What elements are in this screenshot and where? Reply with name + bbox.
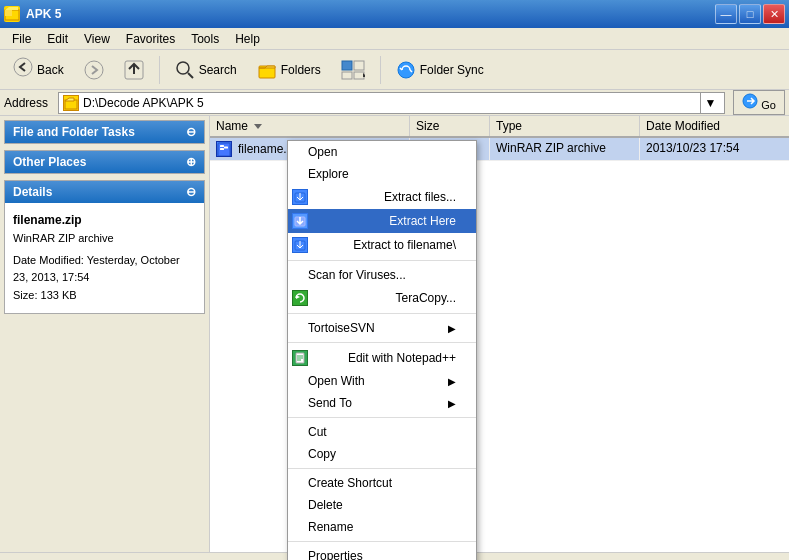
menu-help[interactable]: Help — [227, 30, 268, 48]
ctx-extract-files-icon — [292, 189, 308, 205]
svg-rect-1 — [5, 10, 12, 16]
zip-icon — [216, 141, 232, 157]
menu-tools[interactable]: Tools — [183, 30, 227, 48]
title-bar: APK 5 — □ ✕ — [0, 0, 789, 28]
menu-favorites[interactable]: Favorites — [118, 30, 183, 48]
ctx-teracopy-label: TeraCopy... — [396, 291, 456, 305]
ctx-tortoisesvn-label: TortoiseSVN — [308, 321, 375, 335]
up-button[interactable] — [115, 53, 153, 87]
svg-point-11 — [398, 62, 414, 78]
address-path: D:\Decode APK\APK 5 — [83, 96, 696, 110]
folder-sync-button[interactable]: Folder Sync — [387, 53, 493, 87]
ctx-extract-to-icon — [292, 237, 308, 253]
col-type-label: Type — [496, 119, 522, 133]
col-size[interactable]: Size — [410, 116, 490, 136]
col-name-label: Name — [216, 119, 248, 133]
ctx-delete[interactable]: Delete — [288, 494, 476, 516]
menu-edit[interactable]: Edit — [39, 30, 76, 48]
ctx-scan-viruses[interactable]: Scan for Viruses... — [288, 264, 476, 286]
ctx-notepadpp[interactable]: Edit with Notepad++ — [288, 346, 476, 370]
address-dropdown[interactable]: ▼ — [700, 93, 720, 113]
context-menu: Open Explore Extract files... Extract He… — [287, 140, 477, 560]
svg-point-2 — [14, 58, 32, 76]
window-controls: — □ ✕ — [715, 4, 785, 24]
col-modified[interactable]: Date Modified — [640, 116, 789, 136]
other-places-header[interactable]: Other Places ⊕ — [5, 151, 204, 173]
details-date: Date Modified: Yesterday, October 23, 20… — [13, 252, 196, 287]
ctx-explore[interactable]: Explore — [288, 163, 476, 185]
svg-rect-10 — [354, 72, 364, 79]
other-places-label: Other Places — [13, 155, 86, 169]
ctx-notepadpp-label: Edit with Notepad++ — [348, 351, 456, 365]
other-places-chevron: ⊕ — [186, 155, 196, 169]
file-folder-tasks-panel: File and Folder Tasks ⊖ — [4, 120, 205, 144]
ctx-sep-1 — [288, 260, 476, 261]
file-modified: 2013/10/23 17:54 — [640, 138, 789, 160]
menu-file[interactable]: File — [4, 30, 39, 48]
go-label: Go — [761, 99, 776, 111]
details-filetype: WinRAR ZIP archive — [13, 230, 196, 248]
close-button[interactable]: ✕ — [763, 4, 785, 24]
ctx-create-shortcut[interactable]: Create Shortcut — [288, 472, 476, 494]
back-label: Back — [37, 63, 64, 77]
file-folder-tasks-header[interactable]: File and Folder Tasks ⊖ — [5, 121, 204, 143]
folder-sync-label: Folder Sync — [420, 63, 484, 77]
go-button[interactable]: Go — [733, 90, 785, 115]
ctx-sep-5 — [288, 468, 476, 469]
ctx-extract-files-label: Extract files... — [384, 190, 456, 204]
svg-rect-16 — [220, 148, 224, 150]
menu-view[interactable]: View — [76, 30, 118, 48]
file-folder-tasks-chevron: ⊖ — [186, 125, 196, 139]
folders-label: Folders — [281, 63, 321, 77]
file-type: WinRAR ZIP archive — [490, 138, 640, 160]
forward-button[interactable] — [75, 53, 113, 87]
ctx-notepadpp-icon — [292, 350, 308, 366]
left-panel: File and Folder Tasks ⊖ Other Places ⊕ D… — [0, 116, 210, 552]
ctx-open-with-label: Open With — [308, 374, 365, 388]
views-button[interactable] — [332, 53, 374, 87]
svg-point-3 — [85, 61, 103, 79]
ctx-properties[interactable]: Properties — [288, 545, 476, 560]
ctx-copy[interactable]: Copy — [288, 443, 476, 465]
ctx-cut[interactable]: Cut — [288, 421, 476, 443]
file-list-header: Name Size Type Date Modified — [210, 116, 789, 138]
toolbar-sep-1 — [159, 56, 160, 84]
menu-bar: File Edit View Favorites Tools Help — [0, 28, 789, 50]
svg-rect-8 — [354, 61, 364, 70]
toolbar: Back Search Folders Folder Sync — [0, 50, 789, 90]
col-modified-label: Date Modified — [646, 119, 720, 133]
ctx-extract-files[interactable]: Extract files... — [288, 185, 476, 209]
folders-button[interactable]: Folders — [248, 53, 330, 87]
ctx-extract-here-label: Extract Here — [389, 214, 456, 228]
details-size: Size: 133 KB — [13, 287, 196, 305]
window-title: APK 5 — [26, 7, 715, 21]
col-type[interactable]: Type — [490, 116, 640, 136]
details-chevron: ⊖ — [186, 185, 196, 199]
ctx-open-with[interactable]: Open With ▶ — [288, 370, 476, 392]
sort-arrow — [254, 124, 262, 129]
ctx-tortoisesvn[interactable]: TortoiseSVN ▶ — [288, 317, 476, 339]
ctx-send-to[interactable]: Send To ▶ — [288, 392, 476, 414]
details-panel: Details ⊖ filename.zip WinRAR ZIP archiv… — [4, 180, 205, 314]
back-button[interactable]: Back — [4, 53, 73, 87]
address-folder-icon — [63, 95, 79, 111]
details-content: filename.zip WinRAR ZIP archive Date Mod… — [5, 203, 204, 313]
ctx-extract-to-label: Extract to filename\ — [353, 238, 456, 252]
svg-rect-15 — [220, 145, 224, 147]
ctx-open[interactable]: Open — [288, 141, 476, 163]
col-name[interactable]: Name — [210, 116, 410, 136]
other-places-panel: Other Places ⊕ — [4, 150, 205, 174]
maximize-button[interactable]: □ — [739, 4, 761, 24]
ctx-sep-4 — [288, 417, 476, 418]
ctx-teracopy[interactable]: TeraCopy... — [288, 286, 476, 310]
svg-rect-7 — [342, 61, 352, 70]
col-size-label: Size — [416, 119, 439, 133]
search-button[interactable]: Search — [166, 53, 246, 87]
details-header[interactable]: Details ⊖ — [5, 181, 204, 203]
ctx-extract-here[interactable]: Extract Here — [288, 209, 476, 233]
ctx-rename[interactable]: Rename — [288, 516, 476, 538]
minimize-button[interactable]: — — [715, 4, 737, 24]
ctx-send-to-arrow: ▶ — [448, 398, 456, 409]
address-bar[interactable]: D:\Decode APK\APK 5 ▼ — [58, 92, 725, 114]
ctx-extract-to[interactable]: Extract to filename\ — [288, 233, 476, 257]
